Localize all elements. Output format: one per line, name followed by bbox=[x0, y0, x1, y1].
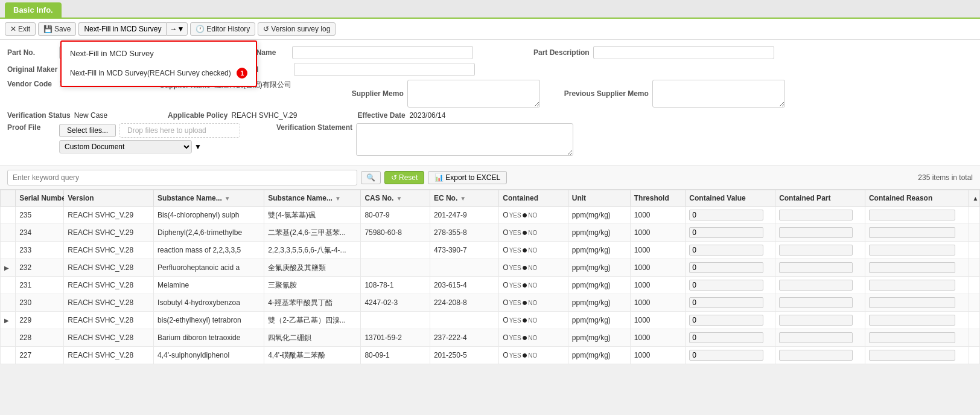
contained-value-input[interactable] bbox=[689, 262, 763, 273]
editor-history-button[interactable]: 🕐 Editor History bbox=[190, 22, 255, 36]
export-button[interactable]: 📊 Export to EXCEL bbox=[428, 171, 507, 184]
ec-filter-icon[interactable]: ▼ bbox=[460, 195, 466, 202]
th-substance-name-en[interactable]: Substance Name... ▼ bbox=[154, 190, 264, 207]
contained-value-input[interactable] bbox=[689, 210, 763, 220]
contained-reason-cell[interactable] bbox=[865, 312, 969, 329]
contained-value-input[interactable] bbox=[689, 332, 763, 343]
expand-cell[interactable]: ▶ bbox=[1, 259, 16, 277]
contained-part-input[interactable] bbox=[779, 315, 853, 326]
verification-statement-input[interactable] bbox=[356, 123, 573, 156]
contained-value-cell[interactable] bbox=[686, 259, 775, 277]
contained-part-cell[interactable] bbox=[775, 277, 865, 294]
drop-zone[interactable]: Drop files here to upload bbox=[119, 123, 240, 138]
contained-part-cell[interactable] bbox=[775, 207, 865, 224]
contained-cell[interactable]: OYES ●NO bbox=[499, 312, 568, 329]
dropdown-item-2[interactable]: Next-Fill in MCD Survey(REACH Survey che… bbox=[62, 63, 256, 83]
save-button[interactable]: 💾 Save bbox=[38, 22, 76, 36]
contained-reason-input[interactable] bbox=[869, 315, 955, 326]
contained-part-cell[interactable] bbox=[775, 242, 865, 259]
contained-value-cell[interactable] bbox=[686, 242, 775, 259]
contained-value-input[interactable] bbox=[689, 280, 763, 291]
contained-part-input[interactable] bbox=[779, 262, 853, 273]
th-cas-no[interactable]: CAS No. ▼ bbox=[361, 190, 430, 207]
contained-part-input[interactable] bbox=[779, 210, 853, 220]
select-files-button[interactable]: Select files... bbox=[59, 124, 116, 137]
exit-button[interactable]: ✕ Exit bbox=[5, 22, 36, 36]
contained-value-input[interactable] bbox=[689, 245, 763, 256]
contained-value-cell[interactable] bbox=[686, 329, 775, 347]
contained-part-cell[interactable] bbox=[775, 224, 865, 242]
contained-reason-input[interactable] bbox=[869, 245, 955, 256]
search-input[interactable] bbox=[7, 170, 357, 185]
contained-cell[interactable]: OYES ●NO bbox=[499, 277, 568, 294]
contained-reason-cell[interactable] bbox=[865, 242, 969, 259]
contained-cell[interactable]: OYES ●NO bbox=[499, 294, 568, 312]
contained-reason-cell[interactable] bbox=[865, 329, 969, 347]
expand-arrow-icon[interactable]: ▶ bbox=[4, 265, 9, 271]
contained-reason-input[interactable] bbox=[869, 262, 955, 273]
scroll-up-icon[interactable]: ▲ bbox=[973, 195, 979, 202]
contained-cell[interactable]: OYES ●NO bbox=[499, 329, 568, 347]
contained-value-cell[interactable] bbox=[686, 294, 775, 312]
contained-cell[interactable]: OYES ●NO bbox=[499, 207, 568, 224]
contained-value-cell[interactable] bbox=[686, 312, 775, 329]
contained-cell[interactable]: OYES ●NO bbox=[499, 259, 568, 277]
contained-part-input[interactable] bbox=[779, 332, 853, 343]
contained-reason-input[interactable] bbox=[869, 210, 955, 220]
contained-reason-input[interactable] bbox=[869, 350, 955, 361]
contained-reason-cell[interactable] bbox=[865, 259, 969, 277]
contained-reason-input[interactable] bbox=[869, 280, 955, 291]
contained-reason-cell[interactable] bbox=[865, 347, 969, 364]
contained-cell[interactable]: OYES ●NO bbox=[499, 347, 568, 364]
version-survey-log-button[interactable]: ↺ Version survey log bbox=[258, 22, 336, 36]
contained-reason-cell[interactable] bbox=[865, 277, 969, 294]
next-fill-split-button[interactable]: Next-Fill in MCD Survey →▼ bbox=[78, 22, 188, 36]
th-substance-name-zh[interactable]: Substance Name... ▼ bbox=[264, 190, 361, 207]
th-serial[interactable]: Serial Number ↓ bbox=[16, 190, 64, 207]
part-name-input[interactable] bbox=[292, 46, 473, 59]
contained-part-cell[interactable] bbox=[775, 312, 865, 329]
cas-filter-icon[interactable]: ▼ bbox=[396, 195, 402, 202]
contained-value-cell[interactable] bbox=[686, 224, 775, 242]
tab-basic-info[interactable]: Basic Info. bbox=[5, 2, 62, 18]
part-description-input[interactable] bbox=[593, 46, 774, 59]
search-button[interactable]: 🔍 bbox=[361, 171, 381, 184]
contained-value-input[interactable] bbox=[689, 315, 763, 326]
contained-part-input[interactable] bbox=[779, 227, 853, 238]
contained-part-cell[interactable] bbox=[775, 347, 865, 364]
contained-cell[interactable]: OYES ●NO bbox=[499, 242, 568, 259]
contained-reason-input[interactable] bbox=[869, 332, 955, 343]
contained-value-input[interactable] bbox=[689, 297, 763, 308]
dropdown-item-1[interactable]: Next-Fill in MCD Survey bbox=[62, 44, 256, 63]
contained-value-cell[interactable] bbox=[686, 347, 775, 364]
contained-part-cell[interactable] bbox=[775, 259, 865, 277]
contained-part-input[interactable] bbox=[779, 280, 853, 291]
mpn-input[interactable] bbox=[294, 63, 475, 76]
contained-part-cell[interactable] bbox=[775, 329, 865, 347]
reset-button[interactable]: ↺ Reset bbox=[384, 171, 424, 184]
contained-part-input[interactable] bbox=[779, 245, 853, 256]
contained-part-input[interactable] bbox=[779, 350, 853, 361]
contained-reason-cell[interactable] bbox=[865, 294, 969, 312]
subname-zh-filter-icon[interactable]: ▼ bbox=[335, 195, 341, 202]
contained-reason-input[interactable] bbox=[869, 297, 955, 308]
contained-reason-cell[interactable] bbox=[865, 224, 969, 242]
contained-value-input[interactable] bbox=[689, 227, 763, 238]
contained-part-cell[interactable] bbox=[775, 294, 865, 312]
expand-arrow-icon[interactable]: ▶ bbox=[4, 317, 9, 324]
contained-part-input[interactable] bbox=[779, 297, 853, 308]
contained-cell[interactable]: OYES ●NO bbox=[499, 224, 568, 242]
contained-value-cell[interactable] bbox=[686, 207, 775, 224]
next-fill-main-button[interactable]: Next-Fill in MCD Survey bbox=[78, 22, 166, 36]
expand-cell[interactable]: ▶ bbox=[1, 312, 16, 329]
next-fill-arrow-button[interactable]: →▼ bbox=[166, 22, 188, 36]
subname-en-filter-icon[interactable]: ▼ bbox=[224, 195, 231, 202]
th-ec-no[interactable]: EC No. ▼ bbox=[430, 190, 498, 207]
supplier-memo-input[interactable] bbox=[407, 80, 540, 108]
custom-doc-select[interactable]: Custom Document bbox=[59, 140, 192, 153]
contained-reason-input[interactable] bbox=[869, 227, 955, 238]
contained-value-input[interactable] bbox=[689, 350, 763, 361]
contained-reason-cell[interactable] bbox=[865, 207, 969, 224]
previous-supplier-memo-input[interactable] bbox=[652, 80, 785, 108]
contained-value-cell[interactable] bbox=[686, 277, 775, 294]
